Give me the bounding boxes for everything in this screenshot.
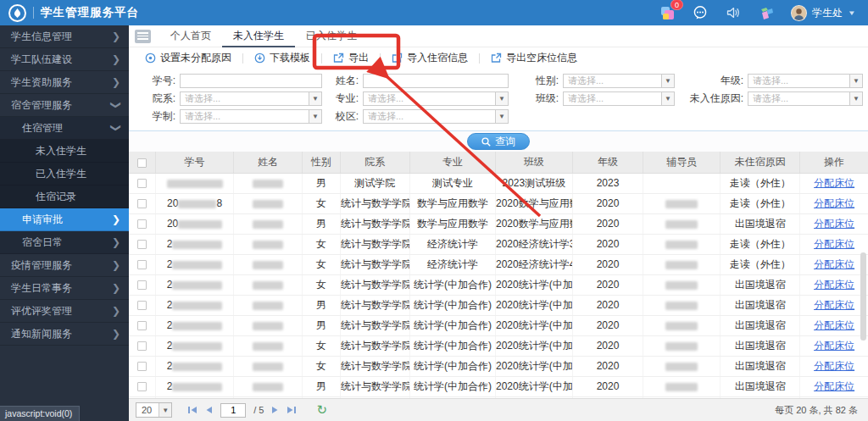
filter-input-学号[interactable] [180, 74, 322, 88]
filter-input-姓名[interactable] [363, 74, 509, 88]
page-number-input[interactable] [220, 403, 246, 418]
main-content: 个人首页未入住学生已入住学生 设置未分配原因下载模板导出导入住宿信息导出空床位信… [129, 25, 868, 421]
toolbar-button-导出空床位信息[interactable]: 导出空床位信息 [480, 51, 588, 65]
toolbar-button-下载模板[interactable]: 下载模板 [243, 51, 321, 65]
row-checkbox[interactable] [137, 260, 147, 269]
toolbar-button-导出[interactable]: 导出 [322, 51, 380, 65]
sidebar-item-学生信息管理[interactable]: 学生信息管理❯ [0, 25, 129, 48]
department-cell: 统计与数学学院 [340, 295, 409, 315]
speaker-icon[interactable] [725, 4, 742, 21]
sidebar-item-已入住学生[interactable]: 已入住学生 [0, 163, 129, 186]
row-checkbox-cell [129, 315, 155, 335]
refresh-icon[interactable]: ↻ [316, 404, 327, 417]
row-checkbox[interactable] [137, 219, 147, 229]
select-placeholder: 请选择... [181, 110, 309, 123]
row-checkbox[interactable] [137, 362, 147, 371]
assign-bed-link[interactable]: 分配床位 [814, 258, 854, 270]
sidebar-item-疫情管理服务[interactable]: 疫情管理服务❯ [0, 254, 129, 277]
filter-select-未入住原因[interactable]: 请选择...▼ [748, 91, 863, 106]
filter-select-院系[interactable]: 请选择...▼ [180, 91, 322, 106]
assign-bed-link[interactable]: 分配床位 [814, 299, 854, 311]
row-checkbox[interactable] [137, 240, 147, 249]
tab-bar: 个人首页未入住学生已入住学生 [129, 25, 868, 47]
column-header-学号: 学号 [155, 152, 233, 173]
sidebar-item-未入住学生[interactable]: 未入住学生 [0, 140, 129, 163]
sidebar-item-住宿记录[interactable]: 住宿记录 [0, 186, 129, 208]
filter-select-班级[interactable]: 请选择...▼ [563, 91, 675, 106]
table-row: 20男统计与数学学院数学与应用数学2020数学与应用数...2020出国境退宿分… [129, 213, 868, 234]
first-page-button[interactable] [187, 406, 198, 414]
filter-select-学制[interactable]: 请选择...▼ [180, 109, 322, 124]
row-checkbox[interactable] [137, 179, 147, 188]
collapse-menu-icon[interactable] [135, 30, 151, 43]
filter-select-性别[interactable]: 请选择...▼ [563, 74, 675, 88]
sidebar-item-通知新闻服务[interactable]: 通知新闻服务❯ [0, 323, 129, 346]
apps-icon[interactable]: 0 [659, 4, 676, 21]
row-checkbox[interactable] [137, 321, 147, 330]
select-all-checkbox[interactable] [137, 158, 147, 168]
assign-bed-link[interactable]: 分配床位 [814, 218, 854, 230]
action-cell: 分配床位 [800, 234, 868, 254]
table-scrollbar[interactable] [860, 252, 866, 341]
sidebar-item-学工队伍建设[interactable]: 学工队伍建设❯ [0, 48, 129, 71]
filter-select-校区[interactable]: 请选择...▼ [363, 109, 509, 124]
prev-page-button[interactable] [205, 406, 213, 414]
assign-bed-link[interactable]: 分配床位 [814, 360, 854, 372]
sidebar-item-住宿管理[interactable]: 住宿管理❯ [0, 117, 129, 140]
search-icon [481, 137, 491, 147]
assign-bed-link[interactable]: 分配床位 [814, 380, 854, 392]
row-checkbox[interactable] [137, 341, 147, 351]
redacted-text [172, 383, 222, 391]
toolbar-button-设置未分配原因[interactable]: 设置未分配原因 [134, 51, 242, 65]
sidebar-item-评优评奖管理[interactable]: 评优评奖管理❯ [0, 300, 129, 323]
theme-icon[interactable] [758, 4, 775, 21]
last-page-button[interactable] [287, 406, 297, 414]
sidebar-item-学生资助服务[interactable]: 学生资助服务❯ [0, 71, 129, 94]
app-title: 学生管理服务平台 [41, 5, 139, 20]
row-checkbox-cell [129, 234, 155, 254]
no-stay-reason-cell: 出国境退宿 [721, 213, 800, 234]
page-size-select[interactable]: 20 ▼ [136, 402, 172, 418]
search-row: 查询 [129, 131, 868, 152]
assign-bed-link[interactable]: 分配床位 [814, 340, 854, 352]
search-button[interactable]: 查询 [467, 133, 530, 150]
column-header-操作: 操作 [800, 152, 868, 173]
action-toolbar: 设置未分配原因下载模板导出导入住宿信息导出空床位信息 [129, 47, 868, 69]
next-page-button[interactable] [271, 406, 279, 414]
row-checkbox-cell [129, 213, 155, 234]
assign-bed-link[interactable]: 分配床位 [814, 238, 854, 250]
students-table: 学号姓名性别院系专业班级年级辅导员未住宿原因操作 男测试学院测试专业2023测试… [129, 152, 868, 418]
assign-bed-link[interactable]: 分配床位 [814, 279, 854, 291]
sidebar-item-学生日常事务[interactable]: 学生日常事务❯ [0, 277, 129, 300]
sidebar-item-申请审批[interactable]: 申请审批❯ [0, 208, 129, 231]
redacted-text [172, 261, 222, 269]
counselor-cell [643, 376, 721, 396]
assign-bed-link[interactable]: 分配床位 [814, 177, 854, 189]
row-checkbox[interactable] [137, 199, 147, 208]
assign-bed-link[interactable]: 分配床位 [814, 319, 854, 331]
tab-个人首页[interactable]: 个人首页 [159, 25, 222, 47]
row-checkbox-cell [129, 254, 155, 274]
chat-icon[interactable] [692, 4, 709, 21]
row-checkbox[interactable] [137, 301, 147, 310]
filter-select-专业[interactable]: 请选择...▼ [363, 91, 509, 106]
filter-select-年级[interactable]: 请选择...▼ [748, 74, 863, 88]
toolbar-button-label: 导出空床位信息 [506, 51, 577, 65]
row-checkbox[interactable] [137, 280, 147, 290]
tab-未入住学生[interactable]: 未入住学生 [222, 25, 295, 47]
user-avatar [791, 5, 807, 21]
redacted-text [253, 281, 283, 290]
filter-label-未入住原因: 未入住原因: [675, 91, 748, 106]
top-header: 学生管理服务平台 0 学生处 ▼ [0, 0, 868, 25]
redacted-text [167, 180, 223, 188]
sidebar-item-宿舍日常[interactable]: 宿舍日常❯ [0, 231, 129, 254]
user-menu[interactable]: 学生处 ▼ [791, 5, 856, 21]
user-name: 学生处 [812, 6, 843, 20]
sidebar-item-宿舍管理服务[interactable]: 宿舍管理服务❯ [0, 94, 129, 117]
assign-bed-link[interactable]: 分配床位 [814, 197, 854, 209]
toolbar-button-导入住宿信息[interactable]: 导入住宿信息 [381, 51, 479, 65]
student-id-cell: 2 [155, 356, 233, 376]
tab-已入住学生[interactable]: 已入住学生 [295, 25, 368, 47]
row-checkbox[interactable] [137, 382, 147, 391]
toolbar-button-label: 设置未分配原因 [160, 51, 231, 65]
